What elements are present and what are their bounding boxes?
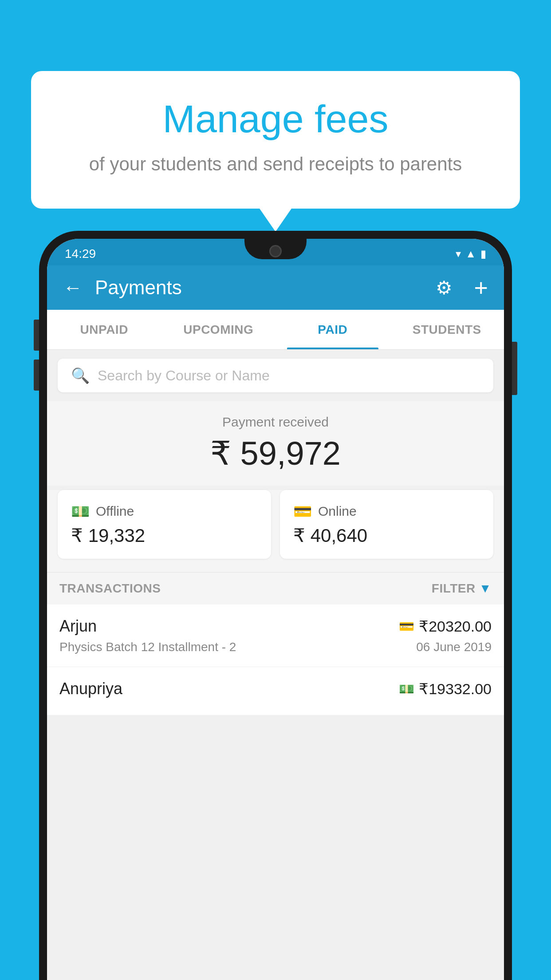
- transaction-name-2: Anupriya: [59, 680, 122, 698]
- tab-upcoming[interactable]: UPCOMING: [161, 310, 276, 349]
- speech-bubble-container: Manage fees of your students and send re…: [31, 71, 520, 209]
- transaction-date-1: 06 June 2019: [416, 640, 492, 654]
- filter-button[interactable]: FILTER ▼: [432, 581, 492, 596]
- transaction-amount-1: ₹20320.00: [419, 617, 492, 635]
- offline-card: 💵 Offline ₹ 19,332: [58, 490, 271, 559]
- card-icon-1: 💳: [399, 619, 414, 634]
- camera: [269, 245, 282, 257]
- online-card-header: 💳 Online: [293, 502, 480, 520]
- payment-label: Payment received: [47, 415, 504, 430]
- offline-amount: ₹ 19,332: [71, 525, 258, 546]
- transactions-header: TRANSACTIONS FILTER ▼: [47, 572, 504, 605]
- payment-total: ₹ 59,972: [47, 434, 504, 472]
- offline-card-header: 💵 Offline: [71, 502, 258, 520]
- online-icon: 💳: [293, 502, 312, 520]
- header-title: Payments: [95, 277, 423, 299]
- signal-icon: ▲: [465, 248, 476, 260]
- online-card: 💳 Online ₹ 40,640: [280, 490, 493, 559]
- offline-label: Offline: [96, 504, 134, 519]
- transaction-amount-wrap-1: 💳 ₹20320.00: [399, 617, 492, 635]
- search-bar[interactable]: 🔍 Search by Course or Name: [58, 359, 493, 392]
- card-icon-2: 💵: [399, 682, 414, 696]
- back-button[interactable]: ←: [63, 277, 83, 299]
- tab-paid[interactable]: PAID: [276, 310, 390, 349]
- payment-cards: 💵 Offline ₹ 19,332 💳 Online ₹ 40,640: [47, 490, 504, 572]
- phone-screen: 14:29 ▾ ▲ ▮ ← Payments ⚙ + UNPAID UPCOMI…: [47, 239, 504, 980]
- status-icons: ▾ ▲ ▮: [456, 248, 486, 260]
- bubble-subtitle: of your students and send receipts to pa…: [67, 151, 484, 178]
- transaction-item-anupriya[interactable]: Anupriya 💵 ₹19332.00: [47, 667, 504, 715]
- status-time: 14:29: [65, 247, 96, 261]
- filter-text: FILTER: [432, 581, 476, 596]
- transaction-amount-2: ₹19332.00: [419, 680, 492, 698]
- power-button: [512, 342, 517, 395]
- search-input[interactable]: Search by Course or Name: [98, 368, 270, 384]
- volume-buttons: [34, 320, 39, 399]
- transaction-amount-wrap-2: 💵 ₹19332.00: [399, 680, 492, 698]
- search-icon: 🔍: [71, 367, 90, 384]
- transaction-course-1: Physics Batch 12 Installment - 2: [59, 640, 236, 654]
- online-label: Online: [318, 504, 357, 519]
- phone-outer: 14:29 ▾ ▲ ▮ ← Payments ⚙ + UNPAID UPCOMI…: [39, 231, 512, 980]
- transaction-name-1: Arjun: [59, 617, 97, 636]
- online-amount: ₹ 40,640: [293, 525, 480, 546]
- transaction-item-arjun[interactable]: Arjun 💳 ₹20320.00 Physics Batch 12 Insta…: [47, 605, 504, 667]
- filter-icon: ▼: [479, 581, 492, 596]
- bubble-title: Manage fees: [67, 98, 484, 141]
- offline-icon: 💵: [71, 502, 90, 520]
- tabs-bar: UNPAID UPCOMING PAID STUDENTS: [47, 310, 504, 350]
- payment-summary: Payment received ₹ 59,972: [47, 401, 504, 486]
- phone-notch: [244, 239, 307, 259]
- tab-unpaid[interactable]: UNPAID: [47, 310, 161, 349]
- battery-icon: ▮: [480, 248, 486, 260]
- speech-bubble: Manage fees of your students and send re…: [31, 71, 520, 209]
- settings-icon[interactable]: ⚙: [436, 277, 453, 299]
- phone-wrapper: 14:29 ▾ ▲ ▮ ← Payments ⚙ + UNPAID UPCOMI…: [39, 231, 512, 980]
- tab-students[interactable]: STUDENTS: [390, 310, 504, 349]
- wifi-icon: ▾: [456, 248, 461, 260]
- add-button[interactable]: +: [474, 274, 488, 301]
- transactions-label: TRANSACTIONS: [59, 581, 161, 596]
- app-header: ← Payments ⚙ +: [47, 265, 504, 310]
